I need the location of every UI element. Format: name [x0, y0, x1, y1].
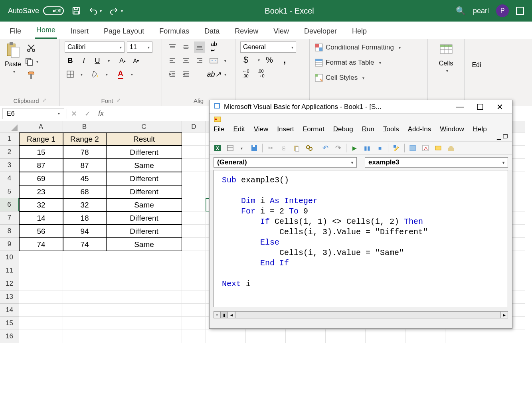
tab-review[interactable]: Review [233, 24, 260, 39]
row-header[interactable]: 7 [0, 211, 19, 225]
clipboard-launcher-icon[interactable]: ⤢ [42, 97, 46, 104]
decrease-font-icon[interactable]: A▾ [131, 55, 142, 66]
cell[interactable]: 18 [63, 211, 106, 225]
cell[interactable] [485, 330, 525, 343]
orientation-icon[interactable]: ab↗ [208, 69, 220, 80]
cell[interactable] [182, 290, 206, 304]
tab-developer[interactable]: Developer [303, 24, 338, 39]
row-header[interactable]: 10 [0, 251, 19, 264]
cell[interactable]: Different [106, 185, 182, 198]
accounting-icon[interactable]: $ [240, 54, 251, 65]
cell[interactable] [182, 277, 206, 290]
vba-menu-edit[interactable]: Edit [233, 125, 245, 133]
align-center-icon[interactable] [180, 55, 192, 66]
object-browser-icon[interactable] [433, 143, 443, 153]
cell[interactable] [366, 330, 405, 343]
save-icon[interactable] [72, 6, 81, 15]
cell[interactable] [405, 330, 445, 343]
font-size-dropdown[interactable]: 11▾ [127, 41, 152, 53]
cell[interactable]: 23 [19, 185, 63, 198]
increase-indent-icon[interactable] [180, 69, 192, 80]
cell[interactable] [19, 251, 63, 264]
undo-icon[interactable]: ↶ [320, 143, 330, 153]
row-header[interactable]: 15 [0, 317, 19, 330]
run-icon[interactable]: ▶ [350, 143, 359, 153]
vba-code-editor[interactable]: Sub example3() Dim i As Integer For i = … [214, 170, 508, 307]
fx-icon[interactable]: fx [94, 108, 108, 120]
cells-icon[interactable] [439, 41, 454, 57]
vba-menu-window[interactable]: Window [440, 125, 464, 133]
row-header[interactable]: 3 [0, 159, 19, 172]
cell[interactable]: 32 [63, 198, 106, 211]
cell[interactable] [182, 304, 206, 317]
cell[interactable] [182, 225, 206, 238]
ribbon-display-icon[interactable] [516, 7, 524, 15]
cell-styles-button[interactable]: Cell Styles▾ [314, 72, 423, 84]
row-header[interactable]: 1 [0, 132, 19, 146]
cell[interactable] [206, 330, 246, 343]
redo-icon[interactable]: ↷ [333, 143, 343, 153]
cell[interactable]: 14 [19, 211, 63, 225]
cell[interactable] [63, 277, 106, 290]
vba-menu-tools[interactable]: Tools [383, 125, 399, 133]
undo-icon[interactable]: ▾ [89, 6, 102, 15]
cell[interactable] [445, 330, 485, 343]
cell[interactable] [182, 185, 206, 198]
vba-menu-help[interactable]: Help [473, 125, 487, 133]
cell[interactable] [19, 264, 63, 277]
project-explorer-icon[interactable] [408, 143, 417, 153]
view-excel-icon[interactable]: X [213, 143, 222, 153]
cell[interactable] [63, 304, 106, 317]
redo-icon[interactable]: ▾ [110, 6, 123, 15]
increase-font-icon[interactable]: A▴ [117, 55, 128, 66]
name-box[interactable]: E6▾ [2, 108, 64, 119]
cell[interactable] [19, 304, 63, 317]
paste-icon[interactable] [291, 143, 301, 153]
column-header[interactable]: A [19, 121, 63, 132]
cell[interactable] [19, 317, 63, 330]
maximize-icon[interactable]: ☐ [472, 102, 488, 112]
toolbox-icon[interactable] [446, 143, 456, 153]
tab-formulas[interactable]: Formulas [158, 24, 191, 39]
row-header[interactable]: 5 [0, 185, 19, 198]
percent-icon[interactable]: % [264, 54, 275, 65]
break-icon[interactable]: ▮▮ [362, 143, 372, 153]
row-header[interactable]: 13 [0, 290, 19, 304]
cell[interactable]: 87 [19, 159, 63, 172]
cell[interactable] [63, 290, 106, 304]
cell[interactable] [63, 251, 106, 264]
cell[interactable]: 45 [63, 172, 106, 185]
increase-decimal-icon[interactable]: ←0.00 [240, 68, 251, 79]
cell[interactable] [63, 317, 106, 330]
format-as-table-button[interactable]: Format as Table▾ [314, 57, 423, 69]
font-color-icon[interactable]: A [115, 69, 126, 80]
save-icon[interactable] [249, 143, 259, 153]
cell[interactable] [182, 198, 206, 211]
autosave-toggle[interactable]: AutoSave ● Off [8, 6, 64, 15]
column-header[interactable]: B [63, 121, 106, 132]
cell[interactable] [19, 290, 63, 304]
tab-insert[interactable]: Insert [69, 24, 90, 39]
cell[interactable] [182, 330, 206, 343]
cell[interactable] [182, 132, 206, 146]
conditional-formatting-button[interactable]: Conditional Formatting▾ [314, 41, 423, 53]
vba-title-bar[interactable]: Microsoft Visual Basic for Applications … [210, 100, 512, 114]
cell[interactable] [182, 172, 206, 185]
cell[interactable]: Different [106, 225, 182, 238]
vba-menu-format[interactable]: Format [303, 125, 324, 133]
cell[interactable]: 56 [19, 225, 63, 238]
cell[interactable] [286, 330, 326, 343]
borders-icon[interactable] [65, 69, 76, 80]
row-header[interactable]: 8 [0, 225, 19, 238]
hscroll-track[interactable] [235, 311, 501, 318]
search-icon[interactable]: 🔍 [456, 6, 466, 16]
toggle-off[interactable]: ● Off [43, 6, 64, 15]
row-header[interactable]: 2 [0, 146, 19, 159]
align-right-icon[interactable] [194, 55, 205, 66]
proc-view-icon[interactable]: ≡ [214, 311, 221, 318]
vba-menu-add-ins[interactable]: Add-Ins [408, 125, 431, 133]
cell[interactable]: 74 [19, 238, 63, 251]
cell[interactable]: Same [106, 159, 182, 172]
design-mode-icon[interactable] [392, 143, 401, 153]
cell[interactable] [182, 251, 206, 264]
